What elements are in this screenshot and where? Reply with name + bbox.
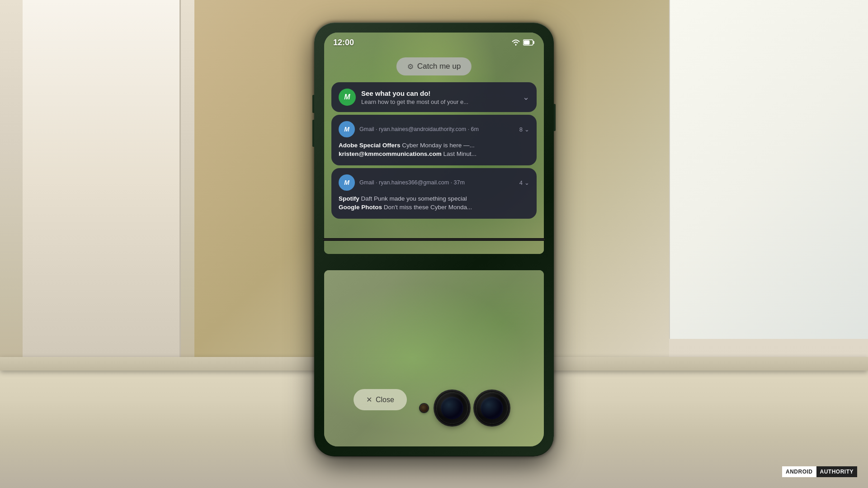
phone-hinge bbox=[323, 238, 545, 241]
volume-up-button[interactable] bbox=[312, 95, 314, 113]
status-bar: 12:00 bbox=[324, 33, 544, 52]
battery-icon bbox=[523, 39, 535, 46]
phone-device: 12:00 bbox=[314, 23, 554, 456]
notif-title-1: See what you can do! bbox=[361, 89, 515, 97]
gmail-msg-text-1-2: Last Minut... bbox=[443, 150, 477, 157]
gmail-icon-2: M bbox=[339, 174, 355, 191]
gmail-source-1: Gmail · ryan.haines@androidauthority.com… bbox=[359, 126, 479, 132]
watermark-android: ANDROID bbox=[782, 466, 816, 477]
notification-see-what[interactable]: M See what you can do! Learn how to get … bbox=[331, 82, 537, 112]
gmail-messages-2: Spotify Daft Punk made you something spe… bbox=[339, 195, 529, 211]
gmail-msg-row-2-1: Spotify Daft Punk made you something spe… bbox=[339, 195, 529, 202]
window-right bbox=[669, 0, 868, 339]
power-button[interactable] bbox=[554, 104, 556, 131]
gmail-sender-1-2: kristen@kmmcommunications.com bbox=[339, 150, 442, 157]
notif-icon-1: M bbox=[339, 89, 356, 106]
gmail-icon-letter-2: M bbox=[344, 179, 349, 186]
camera-array bbox=[420, 392, 508, 424]
notif-icon-letter-1: M bbox=[344, 93, 350, 101]
window-frame-left bbox=[23, 0, 181, 361]
watermark: ANDROID AUTHORITY bbox=[782, 466, 857, 477]
watermark-authority: AUTHORITY bbox=[816, 466, 858, 477]
gmail-sender-2-2: Google Photos bbox=[339, 204, 382, 211]
notif-header-1: M See what you can do! Learn how to get … bbox=[339, 89, 529, 106]
gmail-meta-2: M Gmail · ryan.haines366@gmail.com · 37m… bbox=[339, 174, 529, 191]
chevron-icon-1: ⌄ bbox=[523, 92, 529, 102]
gmail-count-2: 4 bbox=[519, 179, 523, 186]
gmail-msg-row-2-2: Google Photos Don't miss these Cyber Mon… bbox=[339, 204, 529, 211]
gmail-icon-letter-1: M bbox=[344, 126, 349, 133]
camera-lens-main bbox=[436, 392, 468, 424]
notification-gmail-2[interactable]: M Gmail · ryan.haines366@gmail.com · 37m… bbox=[331, 168, 537, 219]
gmail-sender-1-1: Adobe Special Offers bbox=[339, 142, 401, 149]
close-x-icon: ✕ bbox=[366, 395, 372, 404]
phone-screen-top: 12:00 bbox=[324, 33, 544, 254]
gmail-source-2: Gmail · ryan.haines366@gmail.com · 37m bbox=[359, 179, 465, 186]
svg-rect-3 bbox=[524, 41, 530, 45]
phone-body: 12:00 bbox=[314, 23, 554, 456]
gmail-count-1: 8 bbox=[519, 126, 523, 133]
catch-me-up-button[interactable]: ⚙ Catch me up bbox=[396, 57, 472, 75]
camera-lens-secondary bbox=[476, 392, 508, 424]
chevron-icon-3: ⌄ bbox=[524, 179, 529, 186]
gmail-meta-1: M Gmail · ryan.haines@androidauthority.c… bbox=[339, 121, 529, 137]
gmail-meta-left-1: M Gmail · ryan.haines@androidauthority.c… bbox=[339, 121, 479, 137]
camera-dot bbox=[420, 404, 428, 412]
gmail-icon-1: M bbox=[339, 121, 355, 137]
gear-icon: ⚙ bbox=[407, 62, 414, 71]
gmail-badge-1: 8 ⌄ bbox=[519, 126, 529, 133]
chevron-icon-2: ⌄ bbox=[524, 126, 529, 133]
notif-text-1: See what you can do! Learn how to get th… bbox=[361, 89, 515, 105]
status-icons bbox=[511, 39, 535, 46]
gmail-meta-left-2: M Gmail · ryan.haines366@gmail.com · 37m bbox=[339, 174, 465, 191]
notification-gmail-1[interactable]: M Gmail · ryan.haines@androidauthority.c… bbox=[331, 115, 537, 165]
close-button[interactable]: ✕ Close bbox=[354, 389, 407, 410]
wifi-icon bbox=[511, 39, 520, 46]
gmail-badge-2: 4 ⌄ bbox=[519, 179, 529, 186]
svg-rect-2 bbox=[533, 41, 534, 44]
gmail-msg-text-2-2: Don't miss these Cyber Monda... bbox=[384, 204, 472, 211]
gmail-msg-text-2-1: Daft Punk made you something special bbox=[361, 195, 467, 202]
notifications-list: M See what you can do! Learn how to get … bbox=[331, 82, 537, 219]
gmail-messages-1: Adobe Special Offers Cyber Monday is her… bbox=[339, 142, 529, 157]
close-button-label: Close bbox=[376, 396, 394, 404]
notif-body-1: Learn how to get the most out of your e.… bbox=[361, 99, 515, 105]
camera-lens-main-inner bbox=[441, 397, 463, 419]
status-time: 12:00 bbox=[333, 38, 354, 47]
camera-lens-secondary-inner bbox=[481, 397, 503, 419]
volume-down-button[interactable] bbox=[312, 120, 314, 147]
svg-point-0 bbox=[515, 44, 517, 46]
gmail-msg-text-1-1: Cyber Monday is here —... bbox=[402, 142, 475, 149]
gmail-msg-row-1-2: kristen@kmmcommunications.com Last Minut… bbox=[339, 150, 529, 157]
phone-screen-bottom: ✕ Close bbox=[324, 270, 544, 446]
gmail-msg-row-1-1: Adobe Special Offers Cyber Monday is her… bbox=[339, 142, 529, 149]
catch-me-up-label: Catch me up bbox=[417, 62, 461, 71]
gmail-sender-2-1: Spotify bbox=[339, 195, 359, 202]
